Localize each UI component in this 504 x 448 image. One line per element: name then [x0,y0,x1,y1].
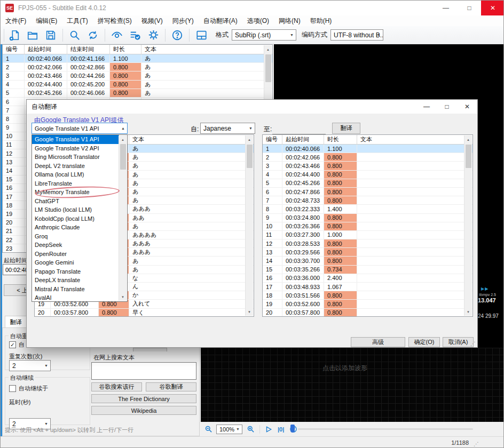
scroll-up-icon[interactable]: ▲ [119,135,127,143]
auto-continue-checkbox-row[interactable]: 自动继续于 [9,385,48,393]
scroll-up-icon[interactable]: ▲ [264,45,272,53]
engine-combobox[interactable]: Google Translate V1 API ▲ [32,123,128,134]
engine-option[interactable]: LM Studio (local LLM) [32,205,119,214]
engine-option[interactable]: Ollama (local LLM) [32,170,119,179]
menu-item-edit[interactable]: 编辑(E) [31,15,62,26]
engine-option[interactable]: Papago Translate [32,267,119,276]
subtitle-row[interactable]: 100:02:40.06600:02:41.1661.100あ [3,54,272,63]
new-file-icon[interactable] [6,28,22,43]
open-file-icon[interactable] [25,28,41,43]
target-row[interactable]: 600:02:47.8660.800 [263,188,472,196]
engine-option[interactable]: OpenRouter [32,250,119,259]
target-row[interactable]: 1700:03:48.9331.067 [263,283,472,291]
cancel-button[interactable]: 取消(A) [443,337,474,347]
settings-gear-icon[interactable] [145,28,161,43]
menu-item-file[interactable]: 文件(F) [1,15,31,26]
google-search-line-button[interactable]: 谷歌搜索该行 [91,382,142,391]
scroll-up-icon[interactable]: ▲ [246,135,253,143]
target-list-scrollbar[interactable]: ▲ ▼ [464,135,472,316]
wikipedia-button[interactable]: Wikipedia [91,406,196,415]
auto-continue-checkbox[interactable] [9,385,16,392]
target-row[interactable]: 1000:03:26.3660.800 [263,222,472,231]
target-row[interactable]: 1300:03:29.5660.800 [263,248,472,257]
web-search-input[interactable] [91,362,196,380]
menu-item-tools[interactable]: 工具(T) [62,15,92,26]
target-row[interactable]: 500:02:45.2660.800 [263,179,472,188]
engine-dropdown-scrollbar[interactable]: ▲ ▼ [119,135,127,301]
menu-item-video[interactable]: 视频(V) [137,15,168,26]
save-icon[interactable] [43,28,59,43]
ok-button[interactable]: 确定(O) [408,337,440,347]
target-row[interactable]: 2000:03:57.8000.800 [263,309,472,317]
engine-option[interactable]: DeepSeek [32,241,119,250]
subtitle-row[interactable]: 200:02:42.06600:02:42.8660.800あ [3,63,272,71]
engine-option[interactable]: MyMemory Translate [32,188,119,197]
engine-option[interactable]: Google Translate V1 API [32,135,119,144]
engine-option[interactable]: Google Translate V2 API [32,144,119,153]
scroll-down-icon[interactable]: ▼ [464,308,472,316]
encoding-combobox[interactable]: UTF-8 without B... ▼ [330,29,383,41]
repeat-count-combobox[interactable]: 2 ▼ [9,360,51,371]
target-row[interactable]: 200:02:42.0660.800 [263,153,472,162]
waveform-panel[interactable]: 点击以添加波形 [201,348,504,422]
target-row[interactable]: 1400:03:30.7000.800 [263,257,472,265]
engine-option[interactable]: Groq [32,232,119,241]
menu-item-synchronization[interactable]: 同步(Y) [168,15,199,26]
target-row[interactable]: 1600:03:36.0002.400 [263,274,472,283]
auto-repeat-checkbox[interactable]: ✓ [9,341,16,348]
menu-item-help[interactable]: 帮助(H) [305,15,337,26]
engine-option[interactable]: Google Gemini [32,258,119,267]
play-icon[interactable] [264,422,273,437]
covered-button-fragment[interactable] [133,348,167,351]
position-marker[interactable] [290,425,295,433]
from-language-combobox[interactable]: Japanese ▼ [200,123,255,134]
fix-errors-icon[interactable] [127,28,143,43]
engine-option[interactable]: LibreTranslate [32,179,119,188]
target-row[interactable]: 100:02:40.0661.100 [263,145,472,153]
close-button[interactable]: ✕ [481,1,504,15]
scrollbar-thumb[interactable] [247,145,253,168]
visual-sync-icon[interactable] [109,28,125,43]
target-row[interactable]: 900:03:24.8000.800 [263,214,472,222]
scroll-down-icon[interactable]: ▼ [246,308,253,316]
tab-translate[interactable]: 翻译 [5,316,27,328]
engine-option[interactable]: Anthropic Claude [32,223,119,232]
scroll-down-icon[interactable]: ▼ [119,293,127,301]
engine-option[interactable]: Bing Microsoft Translator [32,153,119,162]
source-list-scrollbar[interactable]: ▲ ▼ [245,135,253,316]
target-row[interactable]: 1200:03:28.5330.800 [263,239,472,248]
maximize-button[interactable]: □ [458,1,481,15]
target-row[interactable]: 300:02:43.4660.800 [263,162,472,170]
source-row[interactable]: 2000:03:57.8000.800早く [35,309,254,317]
scroll-up-icon[interactable]: ▲ [464,135,472,143]
menu-item-networking[interactable]: 网络(N) [274,15,305,26]
menu-item-auto-translate[interactable]: 自动翻译(A) [199,15,242,26]
zoom-in-icon[interactable] [245,422,256,437]
replace-icon[interactable] [85,28,101,43]
find-icon[interactable] [67,28,83,43]
waveform-zoom-combobox[interactable]: 100% ▼ [216,425,242,434]
subtitle-row[interactable]: 400:02:44.40000:02:45.2000.800あ [3,81,272,89]
target-row[interactable]: 1100:03:27.3001.000 [263,231,472,239]
dialog-close-button[interactable]: ✕ [457,100,477,114]
dialog-maximize-button[interactable]: □ [437,100,457,114]
scrollbar-thumb[interactable] [466,145,471,168]
scrollbar-thumb[interactable] [120,144,126,170]
subtitle-row[interactable]: 300:02:43.46600:02:44.2660.800あ [3,71,272,80]
dialog-resize-grip[interactable]: ⋰ [470,341,476,347]
auto-repeat-checkbox-row[interactable]: ✓ 自 [9,341,25,349]
target-row[interactable]: 1500:03:35.2660.734 [263,266,472,274]
translate-button[interactable]: 翻译 [332,123,360,134]
seek-slider[interactable] [298,428,473,430]
target-row[interactable]: 400:02:44.4000.800 [263,171,472,179]
subtitle-row[interactable]: 500:02:45.26600:02:46.0660.800あ [3,89,272,98]
zoom-out-icon[interactable] [203,422,214,437]
help-icon[interactable] [169,28,185,43]
resize-grip[interactable]: ⋰ [474,441,479,447]
menu-item-spell-check[interactable]: 拼写检查(S) [93,15,137,26]
engine-option[interactable]: AvalAI [32,293,119,302]
minimize-button[interactable]: — [434,1,458,15]
engine-option[interactable]: KoboldCpp (local LLM) [32,214,119,223]
engine-option[interactable]: DeepL V2 translate [32,162,119,171]
scrollbar-thumb[interactable] [265,54,271,82]
